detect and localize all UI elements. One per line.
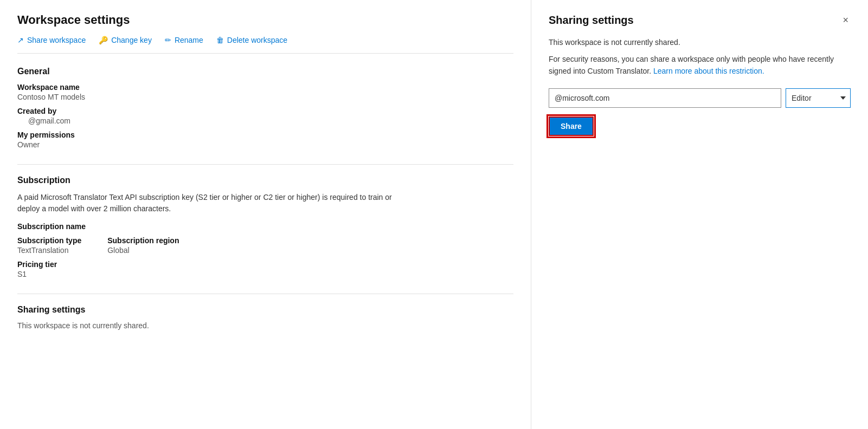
share-row: Editor Owner Viewer [549, 88, 851, 108]
change-key-button[interactable]: 🔑 Change key [99, 36, 152, 44]
share-workspace-label: Share workspace [27, 36, 86, 44]
panel-header: Sharing settings × [549, 13, 851, 27]
key-icon: 🔑 [99, 36, 108, 44]
permissions-label: My permissions [17, 131, 513, 139]
workspace-name-label: Workspace name [17, 83, 513, 92]
role-select[interactable]: Editor Owner Viewer [786, 88, 851, 108]
general-section-title: General [17, 67, 513, 76]
delete-workspace-button[interactable]: 🗑 Delete workspace [216, 36, 287, 44]
pricing-tier-value: S1 [17, 270, 513, 278]
created-by-value: @gmail.com [17, 116, 513, 125]
sharing-status: This workspace is not currently shared. [17, 321, 513, 330]
panel-title: Sharing settings [549, 14, 634, 27]
subscription-type-label: Subscription type [17, 236, 81, 245]
subscription-type-value: TextTranslation [17, 246, 81, 255]
subscription-description: A paid Microsoft Translator Text API sub… [17, 192, 397, 214]
page-title: Workspace settings [17, 13, 513, 27]
subscription-details: Subscription type TextTranslation Subscr… [17, 236, 513, 260]
email-input[interactable] [549, 88, 781, 108]
subscription-section: Subscription A paid Microsoft Translator… [17, 176, 513, 278]
divider-2 [17, 294, 513, 294]
sharing-info-text: For security reasons, you can share a wo… [549, 53, 851, 77]
subscription-section-title: Subscription [17, 176, 513, 185]
subscription-name-label: Subscription name [17, 222, 513, 231]
pencil-icon: ✏ [165, 36, 171, 44]
share-workspace-button[interactable]: ↗ Share workspace [17, 36, 86, 44]
right-panel: Sharing settings × This workspace is not… [531, 0, 868, 429]
delete-workspace-label: Delete workspace [227, 36, 287, 44]
permissions-value: Owner [17, 140, 513, 149]
general-section: General Workspace name Contoso MT models… [17, 67, 513, 149]
workspace-name-value: Contoso MT models [17, 93, 513, 101]
subscription-region-label: Subscription region [107, 236, 179, 245]
change-key-label: Change key [111, 36, 152, 44]
rename-button[interactable]: ✏ Rename [165, 36, 203, 44]
divider-1 [17, 164, 513, 165]
left-panel: Workspace settings ↗ Share workspace 🔑 C… [0, 0, 531, 429]
subscription-region-value: Global [107, 246, 179, 255]
share-icon: ↗ [17, 36, 24, 44]
learn-more-link[interactable]: Learn more about this restriction. [653, 67, 764, 75]
sharing-section-title: Sharing settings [17, 305, 513, 315]
type-col: Subscription type TextTranslation [17, 236, 81, 260]
sharing-status-text: This workspace is not currently shared. [549, 38, 851, 47]
rename-label: Rename [175, 36, 203, 44]
created-by-label: Created by [17, 107, 513, 115]
sharing-section: Sharing settings This workspace is not c… [17, 305, 513, 330]
close-button[interactable]: × [840, 13, 851, 27]
toolbar: ↗ Share workspace 🔑 Change key ✏ Rename … [17, 36, 513, 54]
pricing-tier-label: Pricing tier [17, 260, 513, 269]
share-button[interactable]: Share [549, 116, 594, 136]
region-col: Subscription region Global [107, 236, 179, 260]
trash-icon: 🗑 [216, 36, 224, 44]
